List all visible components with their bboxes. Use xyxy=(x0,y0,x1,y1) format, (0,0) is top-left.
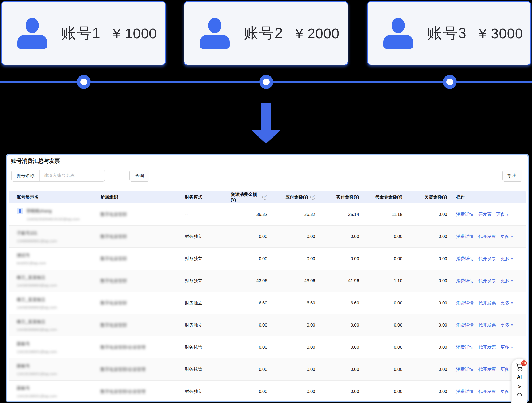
account-email-redacted: 13418198001@qq.com xyxy=(17,372,57,376)
cart-icon[interactable]: 13 xyxy=(515,363,524,371)
chevron-right-icon[interactable]: > xyxy=(518,383,521,390)
account-card-label: 账号1 xyxy=(61,23,101,43)
cell-finance-mode: 财务独立 xyxy=(177,234,231,239)
cell-resource: 36.32 xyxy=(231,212,275,217)
account-display-name-redacted: 春兰_某某独立 xyxy=(17,297,45,303)
search-input[interactable] xyxy=(40,170,105,181)
organization-redacted: 数字化业管部/企业管理 xyxy=(101,366,146,372)
cell-account-name: 子账号10113488888881@qq.com xyxy=(9,230,93,243)
cell-actions: 消费详情代开发票更多∨ xyxy=(456,234,526,239)
cell-voucher: 0.00 xyxy=(367,323,411,328)
action-link-consume-detail[interactable]: 消费详情 xyxy=(456,211,474,217)
organization-redacted: 数字化业管部 xyxy=(101,300,127,306)
cell-finance-mode: 财务托管 xyxy=(177,366,231,372)
cell-actions: 消费详情代开发票更多∨ xyxy=(456,322,526,328)
account-display-name-redacted: 新账号 xyxy=(17,385,30,391)
action-link-more[interactable]: 更多 xyxy=(501,322,509,328)
cell-account-name: 新账号13418198001@qq.com xyxy=(9,341,93,354)
action-link-more[interactable]: 更多 xyxy=(501,234,509,239)
timeline-node-1 xyxy=(77,75,91,89)
cell-paid: 0.00 xyxy=(323,389,367,394)
organization-redacted: 数字化业管部 xyxy=(101,322,127,328)
table-row: 郭晓晓zhang13409293094819192@qq.com数字化业管部--… xyxy=(9,203,526,226)
cell-resource: 0.00 xyxy=(231,234,275,239)
action-link-more[interactable]: 更多 xyxy=(501,278,509,284)
account-display-name-redacted: 新账号 xyxy=(17,341,30,347)
action-link-invoice[interactable]: 代开发票 xyxy=(478,234,496,239)
account-card-label: 账号3 xyxy=(427,23,467,43)
action-link-more[interactable]: 更多 xyxy=(501,256,509,262)
table-row: 子账号10113488888881@qq.com数字化业管部财务独立0.000.… xyxy=(9,226,526,248)
chevron-down-icon[interactable]: ∨ xyxy=(511,235,513,238)
cell-resource: 0.00 xyxy=(231,389,275,394)
action-link-invoice[interactable]: 代开发票 xyxy=(478,366,496,372)
ai-assistant-button[interactable]: AI xyxy=(517,374,522,380)
cell-finance-mode: 财务独立 xyxy=(177,322,231,328)
action-link-consume-detail[interactable]: 消费详情 xyxy=(456,344,474,350)
action-link-consume-detail[interactable]: 消费详情 xyxy=(456,278,474,284)
query-button[interactable]: 查询 xyxy=(129,170,149,182)
cell-paid: 0.00 xyxy=(323,345,367,350)
account-card-amount: ¥ 3000 xyxy=(479,25,523,42)
export-button[interactable]: 导出 xyxy=(502,170,522,182)
chevron-down-icon[interactable]: ∨ xyxy=(511,323,513,327)
action-link-consume-detail[interactable]: 消费详情 xyxy=(456,256,474,262)
cell-voucher: 0.00 xyxy=(367,234,411,239)
action-link-consume-detail[interactable]: 消费详情 xyxy=(456,234,474,239)
action-link-consume-detail[interactable]: 消费详情 xyxy=(456,389,474,395)
action-link-invoice[interactable]: 代开发票 xyxy=(478,256,496,262)
action-link-invoice[interactable]: 代开发票 xyxy=(478,278,496,284)
accounts-table: 账号显示名所属组织财务模式资源消费金额(¥)?应付金额(¥)?实付金额(¥)代金… xyxy=(9,191,526,402)
cell-resource: 0.00 xyxy=(231,345,275,350)
action-link-more[interactable]: 更多 xyxy=(501,300,509,306)
action-link-invoice[interactable]: 代开发票 xyxy=(478,344,496,350)
chevron-down-icon[interactable]: ∨ xyxy=(511,301,513,305)
column-header-voucher: 代金券金额(¥) xyxy=(367,194,411,200)
floating-toolbar: 13 AI > xyxy=(511,358,527,403)
cell-voucher: 11.18 xyxy=(367,212,411,217)
action-link-invoice[interactable]: 代开发票 xyxy=(478,300,496,306)
chevron-down-icon[interactable]: ∨ xyxy=(511,257,513,261)
cell-arrears: 0.00 xyxy=(411,367,456,372)
cell-organization: 数字化业管部 xyxy=(93,322,177,328)
cell-voucher: 0.00 xyxy=(367,301,411,306)
timeline-node-3 xyxy=(443,75,457,89)
chevron-down-icon[interactable]: ∨ xyxy=(511,279,513,283)
cell-account-name: 春兰_某某独立14438398883@qq.com xyxy=(9,275,93,287)
cell-account-name: 郭晓晓zhang13409293094819192@qq.com xyxy=(9,208,93,221)
action-link-more[interactable]: 更多 xyxy=(501,344,509,350)
user-icon xyxy=(383,18,414,49)
action-link-consume-detail[interactable]: 消费详情 xyxy=(456,366,474,372)
action-link-more[interactable]: 更多 xyxy=(501,366,509,372)
cell-finance-mode: 财务独立 xyxy=(177,300,231,306)
column-header-resource: 资源消费金额(¥)? xyxy=(231,192,275,203)
chevron-down-icon[interactable]: ∨ xyxy=(511,346,513,349)
action-link-invoice[interactable]: 开发票 xyxy=(478,211,492,217)
chevron-down-icon[interactable]: ∨ xyxy=(506,213,509,216)
action-link-more[interactable]: 更多 xyxy=(496,211,505,217)
column-header-name: 账号显示名 xyxy=(9,194,93,200)
organization-redacted: 数字化业管部 xyxy=(101,278,127,284)
cell-account-name: 春兰_某某独立14438398883@qq.com xyxy=(9,297,93,310)
cell-actions: 消费详情代开发票更多∨ xyxy=(456,300,526,306)
action-link-consume-detail[interactable]: 消费详情 xyxy=(456,300,474,306)
action-link-consume-detail[interactable]: 消费详情 xyxy=(456,322,474,328)
cell-account-name: 新账号13418198001@qq.com xyxy=(9,363,93,376)
cell-organization: 数字化业管部 xyxy=(93,278,177,284)
help-icon[interactable]: ? xyxy=(310,195,315,200)
organization-redacted: 数字化业管部/企业管理 xyxy=(101,344,146,350)
cell-resource: 0.00 xyxy=(231,256,275,261)
table-row: 新账号13418198001@qq.com数字化业管部/企业管理财务独立0.00… xyxy=(9,381,526,402)
cart-count-badge: 13 xyxy=(521,360,527,366)
cell-organization: 数字化业管部 xyxy=(93,234,177,239)
help-icon[interactable]: ? xyxy=(262,195,267,200)
table-row: 春兰_某某独立14438398883@qq.com数字化业管部财务独立6.606… xyxy=(9,292,526,314)
account-card-2: 账号2 ¥ 2000 xyxy=(184,1,348,65)
action-link-invoice[interactable]: 代开发票 xyxy=(478,389,496,395)
cell-paid: 0.00 xyxy=(323,256,367,261)
action-link-invoice[interactable]: 代开发票 xyxy=(478,322,496,328)
action-link-more[interactable]: 更多 xyxy=(501,389,509,395)
cell-organization: 数字化业管部/企业管理 xyxy=(93,389,177,395)
cell-organization: 数字化业管部 xyxy=(93,211,177,217)
cell-finance-mode: 财务独立 xyxy=(177,389,231,395)
